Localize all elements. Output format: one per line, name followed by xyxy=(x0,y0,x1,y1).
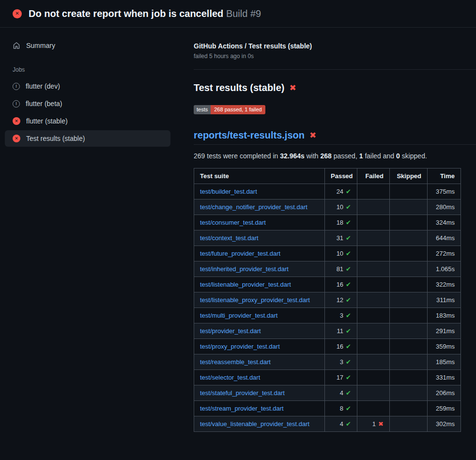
run-status-line: failed 5 hours ago in 0s xyxy=(194,53,476,60)
failed-cell xyxy=(357,385,390,401)
table-header-row: Test suitePassedFailedSkippedTime xyxy=(194,169,461,184)
time-cell: 644ms xyxy=(428,230,461,246)
page-header: ✕ Do not create report when job is cance… xyxy=(0,0,476,28)
table-row: test/stateful_provider_test.dart4✔206ms xyxy=(194,385,461,401)
failed-x-icon: ✖ xyxy=(309,131,316,139)
report-file-link[interactable]: reports/test-results.json xyxy=(194,130,305,141)
passed-count: 10 xyxy=(337,250,343,257)
passed-cell: 18✔ xyxy=(325,215,357,230)
table-row: test/reassemble_test.dart3✔185ms xyxy=(194,354,461,370)
test-suite-cell: test/change_notifier_provider_test.dart xyxy=(194,199,325,215)
breadcrumb: GitHub Actions / Test results (stable) xyxy=(194,42,476,50)
skipped-cell xyxy=(390,308,428,323)
section-title-row: Test results (stable) ✖ xyxy=(194,82,476,93)
report-title-row: reports/test-results.json ✖ xyxy=(194,130,476,145)
summary-text-part: passed, xyxy=(332,152,359,160)
test-suite-link[interactable]: test/stream_provider_test.dart xyxy=(200,405,284,412)
pass-check-icon: ✔ xyxy=(346,327,351,335)
sidebar-item-summary[interactable]: Summary xyxy=(5,37,170,54)
failed-cell xyxy=(357,184,390,199)
pass-check-icon: ✔ xyxy=(346,188,351,195)
skipped-cell xyxy=(390,277,428,292)
summary-line: 269 tests were completed in 32.964s with… xyxy=(194,152,461,160)
failed-cell xyxy=(357,215,390,230)
failed-cell xyxy=(357,230,390,246)
table-row: test/selector_test.dart17✔331ms xyxy=(194,370,461,385)
table-row: test/inherited_provider_test.dart81✔1.06… xyxy=(194,261,461,277)
jobs-list: !flutter (dev)!flutter (beta)✕flutter (s… xyxy=(5,78,170,147)
table-row: test/context_test.dart31✔644ms xyxy=(194,230,461,246)
table-row: test/listenable_proxy_provider_test.dart… xyxy=(194,292,461,308)
test-suite-link[interactable]: test/context_test.dart xyxy=(200,234,259,242)
test-suite-link[interactable]: test/value_listenable_provider_test.dart xyxy=(200,420,309,428)
test-suite-cell: test/inherited_provider_test.dart xyxy=(194,261,325,277)
test-suite-cell: test/reassemble_test.dart xyxy=(194,354,325,370)
x-circle-fill-icon: ✕ xyxy=(13,9,22,18)
skipped-cell xyxy=(390,401,428,416)
exclamation-circle-icon: ! xyxy=(13,83,20,90)
time-cell: 331ms xyxy=(428,370,461,385)
test-suite-link[interactable]: test/multi_provider_test.dart xyxy=(200,312,277,319)
test-suite-cell: test/consumer_test.dart xyxy=(194,215,325,230)
pass-check-icon: ✔ xyxy=(346,219,351,226)
failed-cell xyxy=(357,292,390,308)
pass-check-icon: ✔ xyxy=(346,343,351,350)
time-cell: 375ms xyxy=(428,184,461,199)
test-suite-link[interactable]: test/stateful_provider_test.dart xyxy=(200,389,285,397)
table-row: test/future_provider_test.dart10✔272ms xyxy=(194,246,461,261)
test-suite-cell: test/stream_provider_test.dart xyxy=(194,401,325,416)
passed-cell: 81✔ xyxy=(325,261,357,277)
time-cell: 259ms xyxy=(428,401,461,416)
section-title: Test results (stable) xyxy=(194,82,284,93)
passed-cell: 4✔ xyxy=(325,385,357,401)
summary-text-part: failed and xyxy=(363,152,397,160)
test-suite-link[interactable]: test/selector_test.dart xyxy=(200,374,260,381)
column-header-test-suite: Test suite xyxy=(194,169,325,184)
sidebar-job-item[interactable]: !flutter (beta) xyxy=(5,95,170,112)
skipped-cell xyxy=(390,246,428,261)
sidebar-job-item[interactable]: ✕Test results (stable) xyxy=(5,130,170,147)
passed-cell: 3✔ xyxy=(325,308,357,323)
pass-check-icon: ✔ xyxy=(346,296,351,304)
test-suite-link[interactable]: test/inherited_provider_test.dart xyxy=(200,265,289,273)
table-row: test/consumer_test.dart18✔324ms xyxy=(194,215,461,230)
passed-count: 17 xyxy=(337,374,343,381)
test-suite-link[interactable]: test/future_provider_test.dart xyxy=(200,250,280,257)
pass-check-icon: ✔ xyxy=(346,358,351,366)
time-cell: 280ms xyxy=(428,199,461,215)
summary-text-part: 1 xyxy=(359,152,363,160)
time-cell: 272ms xyxy=(428,246,461,261)
table-row: test/value_listenable_provider_test.dart… xyxy=(194,416,461,432)
test-suite-link[interactable]: test/consumer_test.dart xyxy=(200,219,266,226)
skipped-cell xyxy=(390,215,428,230)
passed-cell: 10✔ xyxy=(325,246,357,261)
sidebar-job-item[interactable]: ✕flutter (stable) xyxy=(5,113,170,129)
test-suite-link[interactable]: test/reassemble_test.dart xyxy=(200,358,271,366)
job-label: flutter (beta) xyxy=(26,100,62,107)
table-row: test/change_notifier_provider_test.dart1… xyxy=(194,199,461,215)
pass-check-icon: ✔ xyxy=(346,281,351,288)
passed-cell: 10✔ xyxy=(325,199,357,215)
test-suite-link[interactable]: test/change_notifier_provider_test.dart xyxy=(200,203,307,211)
pass-check-icon: ✔ xyxy=(346,389,351,397)
failed-cell xyxy=(357,370,390,385)
skipped-cell xyxy=(390,292,428,308)
failed-cell xyxy=(357,199,390,215)
job-label: flutter (dev) xyxy=(26,82,60,90)
failed-cell xyxy=(357,323,390,339)
test-suite-link[interactable]: test/builder_test.dart xyxy=(200,188,257,195)
test-suite-link[interactable]: test/provider_test.dart xyxy=(200,327,261,335)
results-table: Test suitePassedFailedSkippedTime test/b… xyxy=(194,168,461,432)
test-suite-cell: test/builder_test.dart xyxy=(194,184,325,199)
sidebar-job-item[interactable]: !flutter (dev) xyxy=(5,78,170,94)
badge-value: 268 passed, 1 failed xyxy=(211,105,265,114)
build-number: Build #9 xyxy=(226,8,261,19)
x-circle-fill-icon: ✕ xyxy=(13,117,20,125)
summary-text-part: 269 tests were completed in xyxy=(194,152,280,160)
time-cell: 1.065s xyxy=(428,261,461,277)
test-suite-link[interactable]: test/listenable_proxy_provider_test.dart xyxy=(200,296,310,304)
main-content: GitHub Actions / Test results (stable) f… xyxy=(194,28,476,432)
test-suite-cell: test/multi_provider_test.dart xyxy=(194,308,325,323)
test-suite-link[interactable]: test/proxy_provider_test.dart xyxy=(200,343,280,350)
test-suite-link[interactable]: test/listenable_provider_test.dart xyxy=(200,281,291,288)
